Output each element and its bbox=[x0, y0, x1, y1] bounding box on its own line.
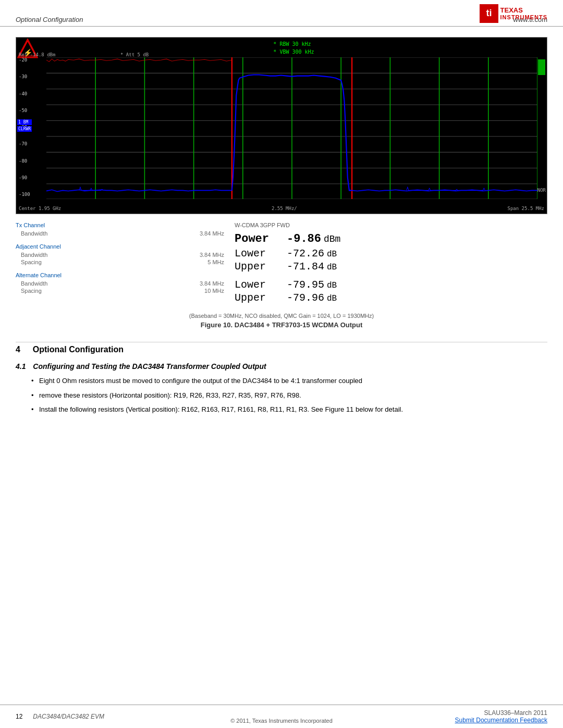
main-content: ⚡ * RBW 30 kHz * VBW 300 kHz * SWT 2 s R… bbox=[0, 27, 563, 429]
subsection-4-1: 4.1 Configuring and Testing the DAC3484 … bbox=[16, 362, 547, 415]
spectrum-chart-svg bbox=[46, 57, 537, 199]
ti-logo-icon: ti bbox=[480, 4, 498, 23]
lower1-label: Lower bbox=[235, 248, 287, 260]
bullet-list: Eight 0 Ohm resistors must be moved to c… bbox=[31, 376, 547, 415]
svg-text:ti: ti bbox=[486, 8, 492, 18]
bullet-item-3: Install the following resistors (Vertica… bbox=[31, 404, 547, 415]
adj-spacing-row: Spacing 5 MHz bbox=[16, 258, 224, 266]
alt-spacing-row: Spacing 10 MHz bbox=[16, 287, 224, 294]
wcdma-subtitle: W-CDMA 3GPP FWD bbox=[235, 222, 547, 228]
ti-logo: ti TEXAS INSTRUMENTS bbox=[480, 4, 547, 23]
section-title: Optional Configuration bbox=[33, 345, 124, 354]
alternate-channel-title: Alternate Channel bbox=[16, 272, 224, 278]
spectrum-analyzer: ⚡ * RBW 30 kHz * VBW 300 kHz * SWT 2 s R… bbox=[16, 37, 547, 214]
feedback-link[interactable]: Submit Documentation Feedback bbox=[455, 717, 547, 724]
alternate-channel-section: Alternate Channel Bandwidth 3.84 MHz Spa… bbox=[16, 272, 224, 294]
adj-bandwidth-row: Bandwidth 3.84 MHz bbox=[16, 251, 224, 258]
tx-channel-title: Tx Channel bbox=[16, 222, 224, 228]
alt-bandwidth-row: Bandwidth 3.84 MHz bbox=[16, 280, 224, 287]
section-4: 4 Optional Configuration 4.1 Configuring… bbox=[16, 342, 547, 415]
caption-title: Figure 10. DAC3484 + TRF3703-15 WCDMA Ou… bbox=[16, 321, 547, 329]
adjacent-channel-section: Adjacent Channel Bandwidth 3.84 MHz Spac… bbox=[16, 243, 224, 266]
upper2-row: Upper -79.96 dB bbox=[235, 292, 547, 304]
ti-logo-text: TEXAS INSTRUMENTS bbox=[500, 6, 547, 21]
upper1-unit: dB bbox=[327, 263, 337, 272]
figure-caption: (Baseband = 30MHz, NCO disabled, QMC Gai… bbox=[16, 313, 547, 329]
lower1-row: Lower -72.26 dB bbox=[235, 248, 547, 260]
spectrum-rbw-vbw: * RBW 30 kHz * VBW 300 kHz bbox=[273, 40, 314, 56]
spectrum-ref: Ref -14.8 dBm bbox=[19, 52, 55, 57]
upper1-value: -71.84 bbox=[287, 261, 324, 273]
lower2-label: Lower bbox=[235, 279, 287, 291]
spectrum-bottom-labels: Center 1.95 GHz 2.55 MHz/ Span 25.5 MHz bbox=[16, 206, 547, 211]
caption-note: (Baseband = 30MHz, NCO disabled, QMC Gai… bbox=[16, 313, 547, 319]
spectrum-att: * Att 5 dB bbox=[120, 52, 149, 57]
bullet-item-2: remove these resistors (Horizontal posit… bbox=[31, 390, 547, 401]
spectrum-green-indicator bbox=[538, 59, 545, 75]
measurements-right: W-CDMA 3GPP FWD Power -9.86 dBm Lower -7… bbox=[235, 222, 547, 305]
page-number: 12 bbox=[16, 713, 22, 720]
footer-slau: SLAU336–March 2011 bbox=[455, 709, 547, 717]
power-value: -9.86 bbox=[287, 232, 321, 245]
spectrum-blue-label: 1 BM CLRWR bbox=[17, 119, 32, 132]
power-row: Power -9.86 dBm bbox=[235, 232, 547, 245]
footer-copyright: © 2011, Texas Instruments Incorporated bbox=[230, 718, 333, 724]
lower1-unit: dB bbox=[327, 250, 337, 259]
subsection-number: 4.1 bbox=[16, 362, 26, 371]
lower2-row: Lower -79.95 dB bbox=[235, 279, 547, 291]
footer-right: SLAU336–March 2011 Submit Documentation … bbox=[455, 709, 547, 724]
upper1-row: Upper -71.84 dB bbox=[235, 261, 547, 273]
footer: 12 DAC3484/DAC3482 EVM © 2011, Texas Ins… bbox=[0, 705, 563, 728]
upper2-label: Upper bbox=[235, 292, 287, 304]
power-unit: dBm bbox=[324, 234, 340, 244]
subsection-title: Configuring and Testing the DAC3484 Tran… bbox=[33, 362, 266, 371]
upper1-label: Upper bbox=[235, 261, 287, 273]
upper2-unit: dB bbox=[327, 294, 337, 303]
header: Optional Configuration www.ti.com bbox=[0, 0, 563, 27]
tx-bandwidth-row: Bandwidth 3.84 MHz bbox=[16, 230, 224, 237]
bullet-item-1: Eight 0 Ohm resistors must be moved to c… bbox=[31, 376, 547, 386]
upper2-value: -79.96 bbox=[287, 292, 324, 304]
header-section: Optional Configuration bbox=[16, 5, 83, 23]
lower2-unit: dB bbox=[327, 281, 337, 290]
measurements-section: Tx Channel Bandwidth 3.84 MHz Adjacent C… bbox=[16, 222, 547, 305]
measurements-left: Tx Channel Bandwidth 3.84 MHz Adjacent C… bbox=[16, 222, 224, 305]
footer-doc-name: DAC3484/DAC3482 EVM bbox=[33, 713, 104, 720]
spectrum-nor-label: NOR bbox=[537, 188, 546, 193]
power-label: Power bbox=[235, 232, 287, 245]
lower2-value: -79.95 bbox=[287, 279, 324, 291]
tx-channel-section: Tx Channel Bandwidth 3.84 MHz bbox=[16, 222, 224, 237]
lower1-value: -72.26 bbox=[287, 248, 324, 260]
footer-left: 12 DAC3484/DAC3482 EVM bbox=[16, 713, 104, 720]
adjacent-channel-title: Adjacent Channel bbox=[16, 243, 224, 250]
section-number: 4 bbox=[16, 345, 20, 354]
